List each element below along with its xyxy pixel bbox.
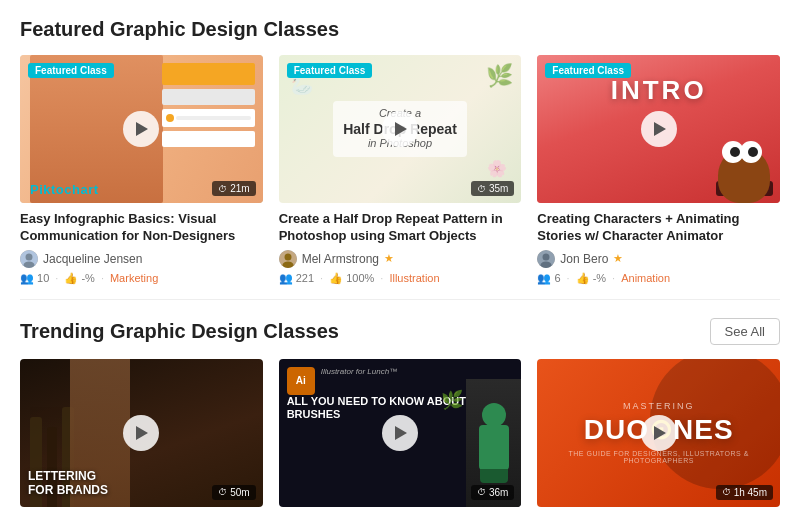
trending-cards-row: LETTERINGFOR BRANDS ⏱ 50m Ai Illustrator… <box>20 359 780 511</box>
see-all-button[interactable]: See All <box>710 318 780 345</box>
duration-t1: ⏱ 50m <box>212 485 255 500</box>
trending-thumb-2[interactable]: Ai Illustrator for Lunch™ ALL YOU NEED T… <box>279 359 522 507</box>
star-icon-3: ★ <box>613 252 623 265</box>
duration-t2: ⏱ 36m <box>471 485 514 500</box>
card-1-meta: 👥 10 · 👍 -% · Marketing <box>20 272 263 285</box>
trending-thumb-3[interactable]: MASTERING DUO⊙NES THE GUIDE FOR DESIGNER… <box>537 359 780 507</box>
author-name-3: Jon Bero <box>560 252 608 266</box>
rating-2: 👍 100% <box>329 272 374 285</box>
trending-section: Trending Graphic Design Classes See All … <box>0 300 800 511</box>
tag-1: Marketing <box>110 272 158 284</box>
card-2-meta: 👥 221 · 👍 100% · Illustration <box>279 272 522 285</box>
featured-header: Featured Graphic Design Classes <box>20 18 780 41</box>
play-button-t3[interactable] <box>641 415 677 451</box>
tag-2: Illustration <box>389 272 439 284</box>
featured-card-1[interactable]: Piktochart Featured Class ⏱ 21m Easy Inf… <box>20 55 263 285</box>
rating-3: 👍 -% <box>576 272 607 285</box>
featured-title: Featured Graphic Design Classes <box>20 18 339 41</box>
author-avatar-3 <box>537 250 555 268</box>
featured-badge-1: Featured Class <box>28 63 114 78</box>
card-3-author-row: Jon Bero ★ <box>537 250 780 268</box>
svg-point-4 <box>284 253 291 260</box>
card-2-author-row: Mel Armstrong ★ <box>279 250 522 268</box>
card-2-title: Create a Half Drop Repeat Pattern in Pho… <box>279 211 522 245</box>
star-icon-2: ★ <box>384 252 394 265</box>
play-button-3[interactable] <box>641 111 677 147</box>
author-avatar-1 <box>20 250 38 268</box>
featured-card-3[interactable]: INTRO Featured Class ⏱ 2h 58m <box>537 55 780 285</box>
tag-3: Animation <box>621 272 670 284</box>
card-3-title: Creating Characters + Animating Stories … <box>537 211 780 245</box>
card-3-meta: 👥 6 · 👍 -% · Animation <box>537 272 780 285</box>
play-button-2[interactable] <box>382 111 418 147</box>
students-3: 👥 6 <box>537 272 560 285</box>
duration-1: ⏱ 21m <box>212 181 255 196</box>
featured-cards-row: Piktochart Featured Class ⏱ 21m Easy Inf… <box>20 55 780 285</box>
rating-1: 👍 -% <box>64 272 95 285</box>
students-1: 👥 10 <box>20 272 49 285</box>
author-name-1: Jacqueline Jensen <box>43 252 142 266</box>
students-2: 👥 221 <box>279 272 314 285</box>
trending-title: Trending Graphic Design Classes <box>20 320 339 343</box>
featured-badge-3: Featured Class <box>545 63 631 78</box>
featured-card-2[interactable]: 🌿 🦢 🌸 Create a Half Drop Repeat in Photo… <box>279 55 522 285</box>
svg-point-7 <box>543 253 550 260</box>
card-1-author-row: Jacqueline Jensen <box>20 250 263 268</box>
svg-point-1 <box>26 253 33 260</box>
card-1-title: Easy Infographic Basics: Visual Communic… <box>20 211 263 245</box>
card-1-thumb[interactable]: Piktochart Featured Class ⏱ 21m <box>20 55 263 203</box>
author-avatar-2 <box>279 250 297 268</box>
trending-thumb-1[interactable]: LETTERINGFOR BRANDS ⏱ 50m <box>20 359 263 507</box>
trending-card-2[interactable]: Ai Illustrator for Lunch™ ALL YOU NEED T… <box>279 359 522 511</box>
author-name-2: Mel Armstrong <box>302 252 379 266</box>
featured-badge-2: Featured Class <box>287 63 373 78</box>
duration-t3: ⏱ 1h 45m <box>716 485 773 500</box>
featured-section: Featured Graphic Design Classes <box>0 0 800 295</box>
card-3-thumb[interactable]: INTRO Featured Class ⏱ 2h 58m <box>537 55 780 203</box>
trending-card-1[interactable]: LETTERINGFOR BRANDS ⏱ 50m <box>20 359 263 511</box>
card-2-thumb[interactable]: 🌿 🦢 🌸 Create a Half Drop Repeat in Photo… <box>279 55 522 203</box>
play-button-t2[interactable] <box>382 415 418 451</box>
trending-card-3[interactable]: MASTERING DUO⊙NES THE GUIDE FOR DESIGNER… <box>537 359 780 511</box>
play-button-t1[interactable] <box>123 415 159 451</box>
trending-header: Trending Graphic Design Classes See All <box>20 318 780 345</box>
play-button-1[interactable] <box>123 111 159 147</box>
